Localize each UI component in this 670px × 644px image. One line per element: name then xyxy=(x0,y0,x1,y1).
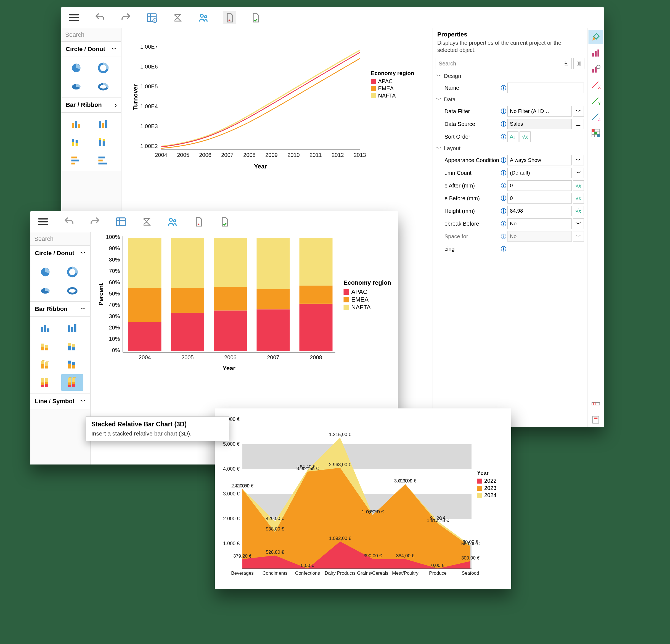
columns-button[interactable] xyxy=(573,58,585,69)
thumb-stack-3d-b[interactable] xyxy=(61,356,83,372)
thumb-pie[interactable] xyxy=(34,264,56,280)
thumb-bar-4[interactable] xyxy=(92,134,114,150)
thumb-donut-3d[interactable] xyxy=(61,282,83,299)
thumb-bar-5[interactable] xyxy=(65,152,87,169)
svg-text:NAFTA: NAFTA xyxy=(351,304,371,311)
thumb-rel-a[interactable] xyxy=(34,374,56,391)
tool-hruler-icon[interactable] xyxy=(589,397,603,411)
undo-button[interactable] xyxy=(63,215,76,228)
menu-button[interactable] xyxy=(37,215,50,228)
dropdown-icon[interactable]: ﹀ xyxy=(573,219,584,229)
name-input[interactable] xyxy=(507,82,584,93)
users-button[interactable] xyxy=(197,11,210,24)
redo-button[interactable] xyxy=(88,215,102,228)
sigma-button[interactable] xyxy=(171,11,184,24)
thumb-pie[interactable] xyxy=(65,60,87,76)
info-icon[interactable]: ⓘ xyxy=(500,133,507,141)
svg-rect-153 xyxy=(344,297,349,302)
list-icon[interactable]: ☰ xyxy=(573,119,584,129)
thumb-donut-3d[interactable] xyxy=(92,78,114,94)
tool-chart-gear-icon[interactable] xyxy=(589,62,603,76)
e-after-field[interactable]: 0 xyxy=(507,180,572,191)
doc-check-button[interactable] xyxy=(218,215,231,228)
table-button[interactable]: x xyxy=(145,11,159,24)
doc-delete-button[interactable] xyxy=(223,11,236,24)
col-count-field[interactable]: (Default) xyxy=(507,168,572,178)
thumb-rel-3d[interactable] xyxy=(61,374,83,391)
thumb-donut[interactable] xyxy=(61,264,83,280)
tool-page-icon[interactable] xyxy=(589,412,603,427)
group-layout[interactable]: ﹀Layout xyxy=(433,143,587,154)
thumb-bar-1[interactable] xyxy=(65,116,87,132)
tool-y-axis-icon[interactable]: Y xyxy=(589,94,603,108)
info-icon[interactable]: ⓘ xyxy=(500,220,507,227)
svg-text:938,00 €: 938,00 € xyxy=(266,526,284,531)
thumb-pie-3d[interactable] xyxy=(34,282,56,299)
thumb-stack-3d-a[interactable] xyxy=(34,356,56,372)
sigma-button[interactable] xyxy=(140,215,153,228)
group-design[interactable]: ﹀Design xyxy=(433,71,587,81)
fx-button[interactable]: √x xyxy=(573,193,584,203)
thumb-bar-3[interactable] xyxy=(65,134,87,150)
info-icon[interactable]: ⓘ xyxy=(500,207,507,215)
redo-button[interactable] xyxy=(119,11,133,24)
data-filter-field[interactable]: No Filter (All D… xyxy=(507,106,572,117)
table-button[interactable] xyxy=(114,215,128,228)
info-icon[interactable]: ⓘ xyxy=(500,108,507,115)
info-icon[interactable]: ⓘ xyxy=(500,84,507,92)
svg-rect-114 xyxy=(72,384,75,387)
data-source-field[interactable]: Sales xyxy=(507,119,572,129)
fx-button[interactable]: √x xyxy=(520,131,531,142)
sort-az-button[interactable] xyxy=(561,58,572,69)
chart-type-search[interactable]: Search xyxy=(30,232,90,246)
dropdown-icon[interactable]: ﹀ xyxy=(573,155,584,166)
info-icon[interactable]: ⓘ xyxy=(500,157,507,164)
group-data[interactable]: ﹀Data xyxy=(433,94,587,105)
users-button[interactable] xyxy=(166,215,179,228)
ebreak-field[interactable]: No xyxy=(507,219,572,229)
menu-button[interactable] xyxy=(67,11,81,24)
info-icon[interactable]: ⓘ xyxy=(500,233,507,240)
height-field[interactable]: 84.98 xyxy=(507,206,572,216)
svg-rect-158 xyxy=(242,444,471,469)
category-circle-donut[interactable]: Circle / Donut﹀ xyxy=(30,246,90,261)
thumb-bar-b[interactable] xyxy=(61,319,83,336)
e-before-field[interactable]: 0 xyxy=(507,193,572,203)
category-line-symbol[interactable]: Line / Symbol﹀ xyxy=(30,394,90,409)
svg-rect-72 xyxy=(577,62,579,65)
tool-x-axis-icon[interactable]: X xyxy=(589,78,603,92)
tool-grid-icon[interactable] xyxy=(589,126,603,140)
svg-rect-59 xyxy=(592,69,594,73)
info-icon[interactable]: ⓘ xyxy=(500,120,507,128)
doc-delete-button[interactable] xyxy=(192,215,205,228)
tool-design-icon[interactable] xyxy=(589,30,603,44)
info-icon[interactable]: ⓘ xyxy=(500,182,507,189)
thumb-donut[interactable] xyxy=(92,60,114,76)
undo-button[interactable] xyxy=(93,11,107,24)
doc-check-button[interactable] xyxy=(249,11,262,24)
fx-button[interactable]: √x xyxy=(573,180,584,191)
info-icon[interactable]: ⓘ xyxy=(500,245,507,253)
dropdown-icon[interactable]: ﹀ xyxy=(573,106,584,117)
thumb-pie-3d[interactable] xyxy=(65,78,87,94)
category-bar-ribbon[interactable]: Bar Ribbon﹀ xyxy=(30,301,90,317)
tool-chart-settings-icon[interactable] xyxy=(589,46,603,60)
appearance-field[interactable]: Always Show xyxy=(507,155,572,166)
thumb-bar-6[interactable] xyxy=(92,152,114,169)
chart-type-search[interactable]: Search xyxy=(61,28,121,41)
info-icon[interactable]: ⓘ xyxy=(500,195,507,202)
thumb-stack-a[interactable] xyxy=(34,338,56,354)
dropdown-icon[interactable]: ﹀ xyxy=(573,168,584,178)
thumb-stack-b[interactable] xyxy=(61,338,83,354)
category-bar-ribbon[interactable]: Bar / Ribbon› xyxy=(61,97,121,113)
thumb-bar-a[interactable] xyxy=(34,319,56,336)
fx-button[interactable]: √x xyxy=(573,206,584,216)
sort-asc-button[interactable]: A↓ xyxy=(507,131,519,142)
info-icon[interactable]: ⓘ xyxy=(500,169,507,177)
tool-z-axis-icon[interactable]: Z xyxy=(589,110,603,124)
thumb-bar-2[interactable] xyxy=(92,116,114,132)
svg-text:1.215,00 €: 1.215,00 € xyxy=(329,432,351,437)
svg-text:EMEA: EMEA xyxy=(351,296,369,303)
category-circle-donut[interactable]: Circle / Donut﹀ xyxy=(61,41,121,57)
properties-search[interactable] xyxy=(436,58,559,69)
